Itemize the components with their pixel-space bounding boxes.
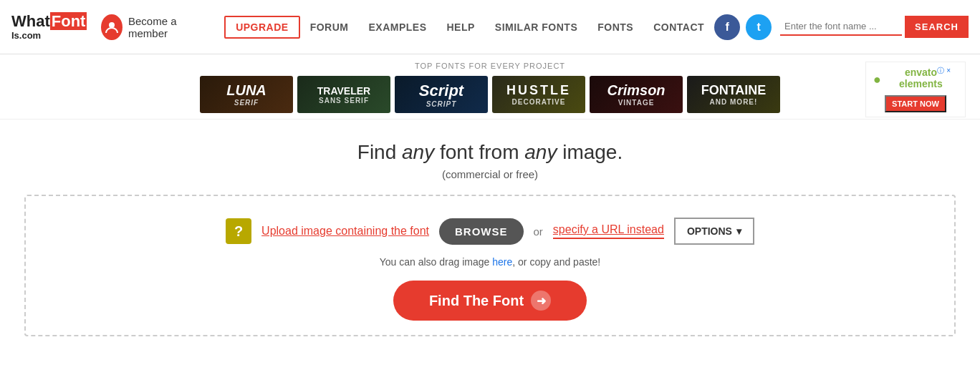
options-label: OPTIONS: [687, 225, 732, 237]
options-button[interactable]: OPTIONS ▾: [674, 218, 754, 245]
search-input[interactable]: [780, 18, 902, 36]
question-icon: ?: [226, 218, 251, 244]
tile-serif-sublabel: SERIF: [226, 99, 266, 107]
ad-label: TOP FONTS FOR EVERY PROJECT: [0, 62, 980, 70]
find-btn-arrow-icon: ➜: [531, 291, 551, 311]
find-btn-label: Find The Font: [429, 293, 524, 309]
main-heading: Find any font from any image.: [14, 141, 966, 164]
upload-row: ? Upload image containing the font BROWS…: [40, 218, 940, 245]
tile-decorative-sublabel: DECORATIVE: [506, 98, 571, 106]
font-tiles: LUNA SERIF TRAVELER SANS SERIF Script SC…: [0, 76, 980, 113]
nav-similar-fonts[interactable]: SIMILAR FONTS: [485, 21, 587, 33]
header: WhatFont Is.com Become a member UPGRADE …: [0, 0, 980, 54]
heading-find: Find: [357, 141, 402, 163]
heading-any1: any: [402, 141, 434, 163]
logo-what: What: [11, 12, 50, 30]
nav-help[interactable]: HELP: [437, 21, 485, 33]
tile-more-sublabel: AND MORE!: [701, 98, 767, 106]
font-tile-more[interactable]: FONTAINE AND MORE!: [687, 76, 780, 113]
or-text: or: [534, 225, 543, 238]
upload-link[interactable]: Upload image containing the font: [261, 225, 429, 238]
font-tile-serif[interactable]: LUNA SERIF: [200, 76, 293, 113]
font-tile-vintage[interactable]: Crimson VINTAGE: [590, 76, 683, 113]
nav-forum[interactable]: FORUM: [300, 21, 359, 33]
tile-vintage-name: Crimson: [607, 82, 665, 99]
main-content: Find any font from any image. (commercia…: [0, 120, 980, 351]
heading-font-from: font from: [434, 141, 524, 163]
twitter-button[interactable]: t: [746, 14, 772, 40]
become-member-area[interactable]: Become a member: [101, 14, 203, 40]
options-arrow-icon: ▾: [736, 225, 741, 237]
tile-sans-name: TRAVELER: [317, 85, 370, 97]
font-tile-decorative[interactable]: HUSTLE DECORATIVE: [492, 76, 585, 113]
find-the-font-button[interactable]: Find The Font ➜: [393, 281, 587, 321]
ad-info-icon[interactable]: ⓘ ×: [937, 66, 951, 76]
font-tile-script[interactable]: Script SCRIPT: [395, 76, 488, 113]
tile-script-name: Script: [419, 82, 463, 100]
tile-script-sublabel: SCRIPT: [419, 100, 463, 108]
member-label: Become a member: [128, 15, 203, 39]
logo-iscom: Is.com: [11, 30, 87, 41]
logo[interactable]: WhatFont Is.com: [11, 13, 87, 41]
main-subheading: (commercial or free): [14, 168, 966, 180]
tile-more-name: FONTAINE: [701, 83, 767, 98]
font-tile-sans-serif[interactable]: TRAVELER SANS SERIF: [297, 76, 390, 113]
heading-image: image.: [557, 141, 623, 163]
facebook-button[interactable]: f: [714, 14, 740, 40]
upload-box: ? Upload image containing the font BROWS…: [24, 195, 956, 336]
nav-examples[interactable]: EXAMPLES: [358, 21, 436, 33]
browse-button[interactable]: BROWSE: [439, 218, 524, 245]
drag-here-link[interactable]: here: [492, 256, 512, 268]
search-area: SEARCH: [780, 16, 969, 38]
main-nav: UPGRADE FORUM EXAMPLES HELP SIMILAR FONT…: [224, 16, 714, 39]
search-button[interactable]: SEARCH: [905, 16, 969, 38]
tile-decorative-name: HUSTLE: [506, 83, 571, 98]
svg-point-0: [109, 22, 115, 28]
logo-font: Font: [50, 12, 87, 30]
drag-text: You can also drag image here, or copy an…: [40, 256, 940, 268]
tile-vintage-sublabel: VINTAGE: [607, 99, 665, 107]
nav-upgrade[interactable]: UPGRADE: [224, 16, 300, 39]
social-links: f t: [714, 14, 772, 40]
url-link[interactable]: specify a URL instead: [553, 223, 664, 239]
member-icon: [101, 14, 123, 40]
heading-any2: any: [524, 141, 557, 163]
envato-cta-button[interactable]: START NOW: [885, 95, 946, 112]
nav-contact[interactable]: CONTACT: [643, 21, 714, 33]
tile-sans-sublabel: SANS SERIF: [317, 97, 370, 104]
ad-banner: TOP FONTS FOR EVERY PROJECT LUNA SERIF T…: [0, 54, 980, 120]
tile-serif-name: LUNA: [226, 82, 266, 99]
envato-box: ⓘ × ● envato elements START NOW: [865, 62, 966, 117]
nav-fonts[interactable]: FONTS: [587, 21, 643, 33]
